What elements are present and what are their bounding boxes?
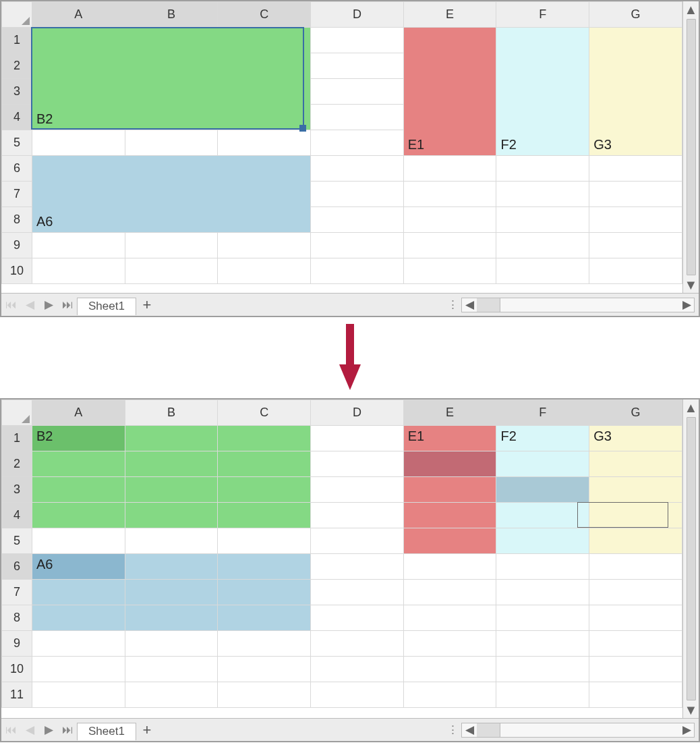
cell[interactable] xyxy=(496,554,589,580)
cell[interactable] xyxy=(496,682,589,708)
cell[interactable] xyxy=(496,156,589,182)
select-all-corner[interactable] xyxy=(2,2,32,28)
cell[interactable] xyxy=(496,580,589,605)
hscroll-thumb[interactable] xyxy=(477,723,500,737)
cell[interactable] xyxy=(496,258,589,284)
scroll-right-icon[interactable]: ▶ xyxy=(679,298,694,312)
row-header-4[interactable]: 4 xyxy=(2,503,32,528)
cell[interactable] xyxy=(589,233,682,258)
cell[interactable] xyxy=(311,451,404,477)
row-header-1[interactable]: 1 xyxy=(2,28,32,53)
cell[interactable] xyxy=(496,233,589,258)
horizontal-scrollbar[interactable]: ◀ ▶ xyxy=(461,723,695,738)
cell-merged-cyan[interactable]: F2 xyxy=(496,28,589,156)
row-header-5[interactable]: 5 xyxy=(2,528,32,554)
col-header-A[interactable]: A xyxy=(32,400,125,426)
cell[interactable] xyxy=(218,130,311,156)
splitter-grip-icon[interactable]: ⋮ xyxy=(447,723,457,737)
cell[interactable] xyxy=(311,682,404,708)
cell[interactable] xyxy=(496,182,589,207)
cell[interactable] xyxy=(125,682,218,708)
cell[interactable] xyxy=(218,657,311,682)
sheet-tab[interactable]: Sheet1 xyxy=(77,298,136,315)
nav-next-icon[interactable]: ▶ xyxy=(39,719,58,741)
col-header-E[interactable]: E xyxy=(403,2,496,28)
cell[interactable] xyxy=(311,426,404,451)
cell-G4[interactable] xyxy=(589,503,682,528)
col-header-C[interactable]: C xyxy=(218,2,311,28)
cell[interactable] xyxy=(218,503,311,528)
cell[interactable] xyxy=(125,528,218,554)
cell[interactable] xyxy=(496,451,589,477)
cell[interactable] xyxy=(311,605,404,631)
cell[interactable] xyxy=(125,580,218,605)
cell[interactable] xyxy=(496,631,589,657)
cell[interactable] xyxy=(589,451,682,477)
cell[interactable] xyxy=(589,682,682,708)
cell[interactable] xyxy=(218,233,311,258)
cell[interactable] xyxy=(32,605,125,631)
cell[interactable] xyxy=(589,182,682,207)
cell[interactable] xyxy=(311,503,404,528)
cell[interactable] xyxy=(589,554,682,580)
cell[interactable] xyxy=(32,130,125,156)
vertical-scrollbar[interactable]: ▲ ▼ xyxy=(682,1,699,293)
scroll-right-icon[interactable]: ▶ xyxy=(679,723,694,737)
cell[interactable] xyxy=(403,580,496,605)
cell[interactable] xyxy=(32,682,125,708)
cell[interactable] xyxy=(403,528,496,554)
cell[interactable] xyxy=(311,580,404,605)
row-header-3[interactable]: 3 xyxy=(2,477,32,503)
add-sheet-button[interactable]: + xyxy=(136,296,158,314)
nav-prev-icon[interactable]: ◀ xyxy=(20,719,39,741)
cell-G1[interactable]: G3 xyxy=(589,426,682,451)
cell[interactable] xyxy=(403,657,496,682)
cell[interactable] xyxy=(125,657,218,682)
cell[interactable] xyxy=(311,53,404,79)
cell[interactable] xyxy=(125,503,218,528)
cell[interactable] xyxy=(589,580,682,605)
cell[interactable] xyxy=(311,258,404,284)
scroll-up-icon[interactable]: ▲ xyxy=(683,399,699,416)
cell[interactable] xyxy=(496,528,589,554)
nav-first-icon[interactable]: ⏮ xyxy=(1,294,20,316)
col-header-G[interactable]: G xyxy=(589,400,682,426)
cell[interactable] xyxy=(403,182,496,207)
row-header-2[interactable]: 2 xyxy=(2,53,32,79)
row-header-5[interactable]: 5 xyxy=(2,130,32,156)
cell[interactable] xyxy=(403,631,496,657)
splitter-grip-icon[interactable]: ⋮ xyxy=(447,298,457,312)
cell-merged-yellow[interactable]: G3 xyxy=(589,28,682,156)
cell[interactable] xyxy=(403,258,496,284)
row-header-10[interactable]: 10 xyxy=(2,657,32,682)
cell[interactable] xyxy=(32,477,125,503)
cell[interactable] xyxy=(589,657,682,682)
row-header-9[interactable]: 9 xyxy=(2,631,32,657)
vscroll-thumb[interactable] xyxy=(687,417,696,700)
col-header-A[interactable]: A xyxy=(32,2,125,28)
cell[interactable] xyxy=(32,451,125,477)
cell[interactable] xyxy=(403,554,496,580)
cell[interactable] xyxy=(32,528,125,554)
row-header-8[interactable]: 8 xyxy=(2,605,32,631)
cell[interactable] xyxy=(125,426,218,451)
row-header-2[interactable]: 2 xyxy=(2,451,32,477)
cell[interactable] xyxy=(218,682,311,708)
scroll-left-icon[interactable]: ◀ xyxy=(462,723,477,737)
cell[interactable] xyxy=(218,426,311,451)
scroll-down-icon[interactable]: ▼ xyxy=(683,277,699,293)
vscroll-thumb[interactable] xyxy=(687,19,696,275)
cell[interactable] xyxy=(589,528,682,554)
cell[interactable] xyxy=(311,130,404,156)
cell[interactable] xyxy=(218,258,311,284)
cell[interactable] xyxy=(32,657,125,682)
col-header-E[interactable]: E xyxy=(403,400,496,426)
cell[interactable] xyxy=(32,631,125,657)
cell[interactable] xyxy=(496,657,589,682)
col-header-D[interactable]: D xyxy=(311,400,404,426)
cell[interactable] xyxy=(311,554,404,580)
cell[interactable] xyxy=(311,528,404,554)
row-header-10[interactable]: 10 xyxy=(2,258,32,284)
cell-F3[interactable] xyxy=(496,477,589,503)
cell[interactable] xyxy=(218,528,311,554)
